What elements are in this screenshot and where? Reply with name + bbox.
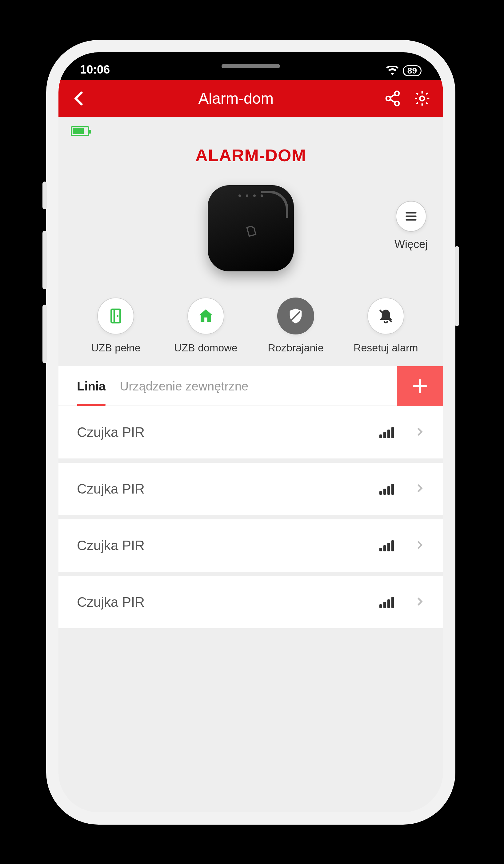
svg-point-0 [386,96,391,100]
speaker [221,64,280,68]
back-button[interactable] [71,90,88,107]
svg-point-3 [420,96,424,101]
screen: 10:06 89 Alarm-dom [59,52,443,812]
list-item-label: Czujka PIR [77,538,380,553]
svg-point-5 [117,315,119,317]
shield-icon [287,307,304,325]
home-icon [197,307,215,325]
nfc-icon [244,224,257,241]
list-item[interactable]: Czujka PIR [59,406,443,458]
phone-frame: 10:06 89 Alarm-dom [46,40,455,825]
list-item[interactable]: Czujka PIR [59,463,443,515]
signal-icon [380,540,394,551]
side-button [455,246,459,326]
tab-bar: Linia Urządzenie zewnętrzne [59,366,443,406]
action-row: UZB pełne UZB domowe Rozbrajanie [71,298,431,354]
side-button [43,304,47,363]
status-right: 89 [386,65,421,76]
door-icon [107,307,124,325]
more-label: Więcej [395,238,428,251]
app-header: Alarm-dom [59,80,443,117]
chevron-right-icon [416,595,424,610]
action-label: Resetuj alarm [341,342,431,354]
reset-alarm-button[interactable] [368,298,404,335]
svg-rect-4 [111,309,120,323]
action-label: UZB pełne [71,342,161,354]
bell-off-icon [377,307,395,325]
arm-home-button[interactable] [188,298,224,335]
side-button [43,181,47,209]
device-title: ALARM-DOM [71,145,431,165]
chevron-right-icon [416,425,424,440]
status-time: 10:06 [80,63,110,76]
plus-icon [411,377,429,395]
more-button[interactable] [396,201,427,232]
side-button [43,231,47,289]
bottom-padding [59,633,443,676]
page-title: Alarm-dom [199,89,274,107]
list-item-label: Czujka PIR [77,481,380,496]
tab-line[interactable]: Linia [77,367,106,406]
svg-point-2 [395,101,399,106]
device-image-row: Więcej [71,178,431,279]
list-item-label: Czujka PIR [77,595,380,610]
settings-button[interactable] [413,90,431,107]
device-overview: ALARM-DOM Więcej [59,117,443,366]
battery-indicator: 89 [403,65,421,76]
wifi-icon [386,66,398,75]
arm-full-button[interactable] [97,298,134,335]
add-button[interactable] [397,366,443,406]
list-item-label: Czujka PIR [77,424,380,440]
chevron-right-icon [416,538,424,553]
device-list: Czujka PIR Czujka PIR Czujka PIR Czujka … [59,406,443,628]
signal-icon [380,596,394,608]
svg-point-1 [395,92,399,96]
notch [168,52,334,80]
hub-device-image[interactable] [208,185,294,272]
list-item[interactable]: Czujka PIR [59,576,443,628]
signal-icon [380,483,394,495]
chevron-right-icon [416,481,424,496]
tab-external-device[interactable]: Urządzenie zewnętrzne [120,367,248,406]
signal-icon [380,427,394,438]
action-label: Rozbrajanie [251,342,341,354]
share-button[interactable] [384,90,401,107]
disarm-button[interactable] [277,298,314,335]
battery-icon [71,126,89,136]
action-label: UZB domowe [161,342,251,354]
list-item[interactable]: Czujka PIR [59,519,443,572]
